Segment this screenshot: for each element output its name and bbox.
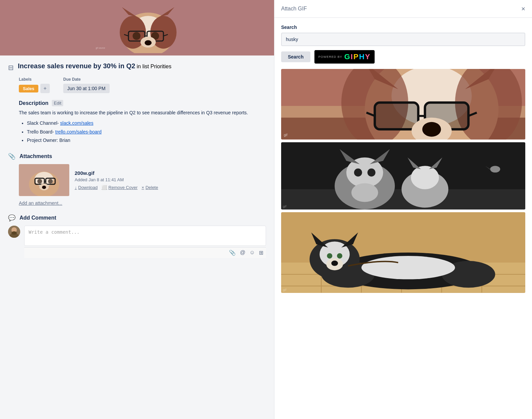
description-section: Description Edit The sales team is worki…	[8, 100, 266, 145]
svg-point-57	[354, 168, 362, 177]
description-body: The sales team is working to increase th…	[19, 109, 266, 116]
download-icon: ↓	[75, 185, 77, 190]
due-date-section: Due Date Jun 30 at 1:00 PM	[63, 77, 110, 93]
add-attachment-link[interactable]: Add an attachment...	[19, 200, 62, 206]
emoji-tool-icon[interactable]: ☺	[250, 250, 255, 256]
due-date-button[interactable]: Jun 30 at 1:00 PM	[63, 84, 110, 93]
comment-section: 💬 Add Comment 📎	[8, 214, 266, 258]
svg-text:gif source: gif source	[96, 46, 105, 49]
comment-icon: 💬	[8, 214, 16, 222]
delete-button[interactable]: × Delete	[142, 185, 158, 190]
format-tool-icon[interactable]: ⊞	[259, 250, 263, 256]
description-title: Description	[19, 100, 48, 106]
meta-row: Labels Sales + Due Date Jun 30 at 1:00 P…	[8, 77, 266, 93]
comment-title: Add Comment	[20, 215, 56, 221]
svg-point-58	[368, 168, 376, 177]
attachment-filename: 200w.gif	[75, 170, 266, 176]
cover-icon: ⬜	[102, 185, 107, 190]
attachment-thumbnail	[19, 164, 69, 196]
close-gif-panel-button[interactable]: ×	[521, 5, 525, 12]
download-button[interactable]: ↓ Download	[75, 185, 98, 190]
svg-point-60	[411, 166, 439, 189]
trello-link[interactable]: trello.com/sales-board	[55, 129, 102, 135]
slack-link[interactable]: slack.com/sales	[60, 120, 93, 126]
labels-section: Labels Sales +	[19, 77, 50, 93]
svg-rect-41	[375, 103, 418, 129]
svg-point-25	[48, 179, 53, 184]
add-label-button[interactable]: +	[40, 84, 50, 93]
svg-point-12	[132, 32, 140, 40]
attachment-item: 200w.gif Added Jan 8 at 11:41 AM ↓ Downl…	[8, 164, 266, 196]
gif-result-2[interactable]: gif	[281, 142, 525, 210]
svg-point-27	[42, 186, 46, 189]
card-title: Increase sales revenue by 30% in Q2 in l…	[18, 62, 172, 70]
gif-result-1[interactable]: gif	[281, 69, 525, 140]
card-panel: gif source ⊟ Increase sales revenue by 3…	[0, 0, 274, 419]
svg-point-49	[422, 122, 441, 137]
add-attachment-section: Add an attachment...	[8, 200, 266, 206]
search-input[interactable]	[281, 33, 525, 46]
attachment-info: 200w.gif Added Jan 8 at 11:41 AM ↓ Downl…	[75, 170, 266, 190]
svg-point-31	[11, 231, 17, 235]
comment-input[interactable]	[24, 226, 266, 246]
description-list: Slack Channel- slack.com/sales Trello Bo…	[19, 119, 266, 145]
mention-tool-icon[interactable]: @	[240, 250, 245, 256]
paperclip-icon: 📎	[8, 153, 16, 160]
gif-result-3[interactable]: gif	[281, 212, 525, 293]
svg-point-78	[362, 256, 455, 279]
attachment-date: Added Jan 8 at 11:41 AM	[75, 177, 266, 182]
attachments-title: Attachments	[20, 153, 52, 159]
delete-icon: ×	[142, 185, 144, 190]
gif-image-3: gif	[281, 212, 525, 293]
svg-point-83	[327, 253, 332, 259]
attachments-header: 📎 Attachments	[8, 153, 266, 160]
comment-input-row: 📎 @ ☺ ⊞	[8, 226, 266, 258]
remove-cover-button[interactable]: ⬜ Remove Cover	[102, 185, 138, 190]
svg-point-56	[351, 183, 378, 202]
gif-watermark-1: gif	[284, 133, 288, 137]
svg-point-63	[490, 166, 500, 173]
gif-image-2: gif	[281, 142, 525, 210]
card-title-row: ⊟ Increase sales revenue by 30% in Q2 in…	[8, 62, 266, 72]
labels-row: Sales +	[19, 84, 50, 93]
card-content: ⊟ Increase sales revenue by 30% in Q2 in…	[0, 55, 274, 419]
svg-text:gif: gif	[283, 288, 287, 292]
giphy-badge: POWERED BY GIPHY	[314, 50, 375, 64]
cover-image: gif source	[0, 0, 274, 55]
due-date-heading: Due Date	[63, 77, 110, 82]
attachment-actions: ↓ Download ⬜ Remove Cover × Delete	[75, 185, 266, 190]
attachment-tool-icon[interactable]: 📎	[229, 250, 236, 256]
comment-input-wrapper: 📎 @ ☺ ⊞	[24, 226, 266, 258]
list-item: Project Owner: Brian	[27, 136, 266, 145]
gif-results: gif	[281, 69, 525, 293]
user-avatar	[8, 226, 20, 238]
gif-panel-body: Search Search POWERED BY GIPHY	[274, 18, 532, 419]
list-item: Trello Board- trello.com/sales-board	[27, 128, 266, 136]
description-header: Description Edit	[19, 100, 266, 106]
list-link[interactable]: Priorities	[150, 64, 171, 69]
search-row: Search POWERED BY GIPHY	[281, 50, 525, 64]
svg-point-16	[145, 40, 152, 45]
svg-point-24	[37, 179, 42, 184]
powered-by-text: POWERED BY	[318, 55, 342, 59]
gif-image-1: gif	[281, 69, 525, 140]
svg-point-86	[331, 261, 338, 266]
attach-gif-panel: Attach GIF × Search Search POWERED BY GI…	[274, 0, 532, 419]
labels-heading: Labels	[19, 77, 50, 82]
comment-header: 💬 Add Comment	[8, 214, 266, 222]
gif-panel-title: Attach GIF	[281, 6, 307, 12]
search-button[interactable]: Search	[281, 51, 310, 62]
search-label: Search	[281, 25, 525, 30]
gif-panel-header: Attach GIF ×	[274, 0, 532, 18]
sales-label[interactable]: Sales	[19, 85, 38, 92]
svg-text:gif: gif	[283, 204, 287, 208]
svg-point-84	[337, 253, 342, 259]
card-type-icon: ⊟	[8, 64, 14, 72]
giphy-logo: GIPHY	[344, 52, 371, 61]
list-item: Slack Channel- slack.com/sales	[27, 119, 266, 127]
edit-description-button[interactable]: Edit	[52, 100, 63, 106]
attachments-section: 📎 Attachments	[8, 153, 266, 206]
comment-toolbar: 📎 @ ☺ ⊞	[24, 247, 266, 258]
